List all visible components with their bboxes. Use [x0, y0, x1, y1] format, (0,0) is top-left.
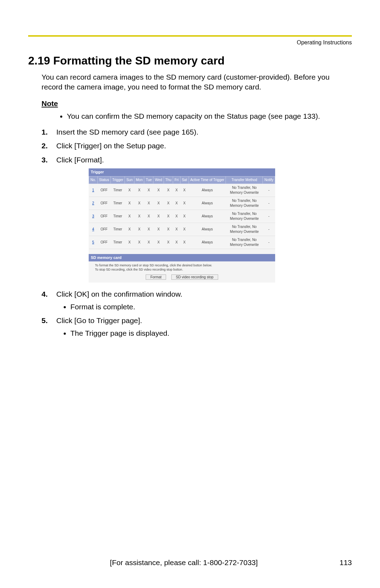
row-day: X: [153, 236, 164, 249]
row-day: X: [125, 223, 134, 236]
row-day: X: [125, 236, 134, 249]
row-active: Always: [189, 236, 226, 249]
row-day: X: [164, 197, 173, 210]
row-day: X: [180, 236, 189, 249]
row-day: X: [125, 197, 134, 210]
row-day: X: [180, 184, 189, 197]
row-day: X: [173, 184, 180, 197]
row-day: X: [153, 223, 164, 236]
sub-item: The Trigger page is displayed.: [70, 328, 352, 338]
section-title: 2.19 Formatting the SD memory card: [28, 54, 352, 67]
col-tue: Tue: [144, 176, 153, 184]
row-transfer: No Transfer, No Memory Overwrite: [226, 223, 263, 236]
intro-paragraph: You can record camera images to the SD m…: [42, 72, 352, 92]
row-notify: -: [263, 197, 275, 210]
row-status: OFF: [97, 197, 110, 210]
row-day: X: [134, 210, 144, 223]
row-day: X: [164, 210, 173, 223]
header-label: Operating Instructions: [28, 39, 352, 46]
step-text: Click [OK] on the confirmation window.: [56, 290, 182, 298]
row-day: X: [134, 223, 144, 236]
row-active: Always: [189, 210, 226, 223]
row-transfer: No Transfer, No Memory Overwrite: [226, 236, 263, 249]
row-day: X: [173, 210, 180, 223]
row-no-link[interactable]: 5: [89, 236, 98, 249]
row-notify: -: [263, 184, 275, 197]
step-2: 2. Click [Trigger] on the Setup page.: [42, 141, 352, 151]
trigger-screenshot: Trigger No. Status Trigger Sun Mon Tue W…: [89, 168, 275, 283]
row-trigger: Timer: [110, 236, 125, 249]
row-trigger: Timer: [110, 184, 125, 197]
step-text: Click [Trigger] on the Setup page.: [56, 142, 166, 150]
page-footer: [For assistance, please call: 1-800-272-…: [28, 558, 352, 567]
table-row: 1OFFTimerXXXXXXXAlwaysNo Transfer, No Me…: [89, 184, 275, 197]
row-day: X: [173, 236, 180, 249]
row-day: X: [180, 197, 189, 210]
col-fri: Fri: [173, 176, 180, 184]
col-notify: Notify: [263, 176, 275, 184]
row-notify: -: [263, 210, 275, 223]
step-text: Insert the SD memory card (see page 165)…: [56, 128, 198, 136]
row-active: Always: [189, 184, 226, 197]
step-5-sub: The Trigger page is displayed.: [70, 328, 352, 338]
row-day: X: [144, 184, 153, 197]
col-sat: Sat: [180, 176, 189, 184]
row-transfer: No Transfer, No Memory Overwrite: [226, 184, 263, 197]
sd-panel-title: SD memory card: [89, 254, 275, 261]
row-day: X: [125, 210, 134, 223]
row-day: X: [164, 236, 173, 249]
step-number: 1.: [42, 127, 48, 137]
row-day: X: [153, 210, 164, 223]
format-button[interactable]: Format: [146, 274, 166, 280]
step-text: Click [Go to Trigger page].: [56, 316, 142, 324]
row-notify: -: [263, 223, 275, 236]
row-day: X: [173, 197, 180, 210]
table-row: 3OFFTimerXXXXXXXAlwaysNo Transfer, No Me…: [89, 210, 275, 223]
row-no-link[interactable]: 3: [89, 210, 98, 223]
row-status: OFF: [97, 236, 110, 249]
col-mon: Mon: [134, 176, 144, 184]
col-sun: Sun: [125, 176, 134, 184]
row-day: X: [144, 197, 153, 210]
row-trigger: Timer: [110, 210, 125, 223]
table-row: 4OFFTimerXXXXXXXAlwaysNo Transfer, No Me…: [89, 223, 275, 236]
steps-list: 1. Insert the SD memory card (see page 1…: [42, 127, 352, 338]
col-transfer: Transfer Method: [226, 176, 263, 184]
col-trigger: Trigger: [110, 176, 125, 184]
step-1: 1. Insert the SD memory card (see page 1…: [42, 127, 352, 137]
row-no-link[interactable]: 1: [89, 184, 98, 197]
step-number: 4.: [42, 289, 48, 299]
col-no: No.: [89, 176, 98, 184]
footer-assist: [For assistance, please call: 1-800-272-…: [28, 558, 340, 567]
step-4-sub: Format is complete.: [70, 302, 352, 312]
col-wed: Wed: [153, 176, 164, 184]
sd-stop-button[interactable]: SD video recording stop: [171, 274, 218, 280]
sd-button-row: Format SD video recording stop: [89, 273, 275, 283]
step-number: 3.: [42, 155, 48, 165]
note-item: You can confirm the SD memory capacity o…: [67, 111, 352, 121]
row-day: X: [134, 197, 144, 210]
row-day: X: [144, 223, 153, 236]
row-day: X: [125, 184, 134, 197]
row-day: X: [144, 236, 153, 249]
row-no-link[interactable]: 2: [89, 197, 98, 210]
row-no-link[interactable]: 4: [89, 223, 98, 236]
row-status: OFF: [97, 223, 110, 236]
trigger-panel-title: Trigger: [89, 168, 275, 176]
footer-page-number: 113: [340, 558, 352, 567]
row-active: Always: [189, 197, 226, 210]
row-transfer: No Transfer, No Memory Overwrite: [226, 197, 263, 210]
row-day: X: [144, 210, 153, 223]
note-heading: Note: [42, 99, 352, 108]
col-status: Status: [97, 176, 110, 184]
row-status: OFF: [97, 210, 110, 223]
col-active: Active Time of Trigger: [189, 176, 226, 184]
step-number: 2.: [42, 141, 48, 151]
row-day: X: [153, 197, 164, 210]
step-3: 3. Click [Format]. Trigger No. Status Tr…: [42, 155, 352, 283]
row-trigger: Timer: [110, 197, 125, 210]
row-day: X: [173, 223, 180, 236]
row-trigger: Timer: [110, 223, 125, 236]
row-day: X: [180, 223, 189, 236]
note-list: You can confirm the SD memory capacity o…: [67, 111, 352, 121]
